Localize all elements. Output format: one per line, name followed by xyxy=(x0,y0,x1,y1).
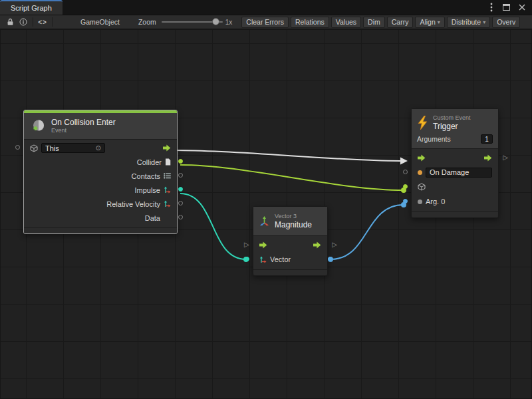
contacts-list-icon xyxy=(164,173,171,179)
node-header-text: Custom Event Trigger xyxy=(433,114,471,131)
graph-toolbar: <> GameObject Zoom 1x Clear Errors Relat… xyxy=(0,15,532,29)
clear-errors-button[interactable]: Clear Errors xyxy=(241,17,289,28)
node-type-label: Custom Event xyxy=(433,114,471,122)
data-output-port[interactable] xyxy=(178,215,183,219)
port-label: Relative Velocity xyxy=(106,200,160,208)
align-dropdown[interactable]: Align ▾ xyxy=(415,17,444,28)
relative-velocity-output-port[interactable] xyxy=(178,201,183,205)
flow-output-triangle[interactable]: ▷ xyxy=(503,154,508,161)
target-row xyxy=(412,180,498,194)
node-vector3-magnitude[interactable]: Vector 3 Magnitude ▷ ▷ xyxy=(253,206,328,276)
arg0-input-port[interactable] xyxy=(403,199,408,203)
flow-output-arrow[interactable] xyxy=(484,154,492,162)
node-header[interactable]: Custom Event Trigger Arguments 1 xyxy=(412,109,498,149)
node-header-text: Vector 3 Magnitude xyxy=(275,213,312,229)
graph-canvas[interactable]: On Collision Enter Event This ⊙ xyxy=(0,29,532,399)
event-name-input-port[interactable] xyxy=(403,170,408,174)
node-title: Trigger xyxy=(433,122,471,131)
port-label: Impulse xyxy=(134,186,160,194)
node-header[interactable]: Vector 3 Magnitude xyxy=(253,207,327,236)
zoom-value: 1x xyxy=(225,19,233,26)
node-subtitle: Event xyxy=(51,127,116,134)
node-footer xyxy=(24,227,177,233)
zoom-label: Zoom xyxy=(138,18,156,26)
flow-input-arrow[interactable] xyxy=(418,154,426,162)
carry-button[interactable]: Carry xyxy=(387,17,414,28)
node-body: ▷ On Damage xyxy=(412,149,498,210)
node-header-row: Custom Event Trigger xyxy=(417,114,493,131)
node-header[interactable]: On Collision Enter Event xyxy=(24,113,177,140)
node-on-collision-enter[interactable]: On Collision Enter Event This ⊙ xyxy=(23,110,178,234)
node-title: Magnitude xyxy=(275,220,312,229)
port-label: Vector xyxy=(270,255,291,263)
flow-input-triangle[interactable]: ▷ xyxy=(244,241,249,248)
output-row-relative-velocity: Relative Velocity xyxy=(24,197,177,211)
dim-button[interactable]: Dim xyxy=(363,17,385,28)
arguments-label: Arguments xyxy=(417,135,451,143)
overview-button[interactable]: Overv xyxy=(492,17,520,28)
info-icon[interactable] xyxy=(17,16,30,28)
node-title: On Collision Enter xyxy=(51,118,116,127)
zoom-slider-handle[interactable] xyxy=(212,18,219,25)
node-body: ▷ ▷ Vector xyxy=(253,236,327,268)
unity-script-graph-window: Script Graph <> GameObject Zoom xyxy=(0,0,532,399)
arg0-value-dot xyxy=(418,200,422,204)
vector-input-row: Vector xyxy=(253,252,327,267)
toolbar-separator xyxy=(52,17,53,27)
node-custom-event-trigger[interactable]: Custom Event Trigger Arguments 1 xyxy=(411,108,499,218)
output-row-contacts: Contacts xyxy=(24,169,177,183)
close-icon[interactable] xyxy=(517,3,526,12)
node-body: This ⊙ Collider Contacts xyxy=(24,140,177,226)
target-row: This ⊙ xyxy=(24,141,177,155)
flow-output-arrow[interactable] xyxy=(313,241,321,249)
output-row-data: Data xyxy=(24,211,177,225)
event-name-row: On Damage xyxy=(412,165,498,180)
node-footer xyxy=(412,211,498,217)
flow-output-triangle[interactable]: ▷ xyxy=(332,241,337,248)
target-object-field[interactable]: This ⊙ xyxy=(41,143,105,153)
arg0-row: Arg. 0 xyxy=(412,194,498,209)
code-view-icon[interactable]: <> xyxy=(36,16,49,28)
gameobject-cube-icon xyxy=(418,183,426,191)
target-input-port[interactable] xyxy=(403,184,408,189)
lock-icon[interactable] xyxy=(3,16,17,28)
flow-row: ▷ xyxy=(412,150,498,165)
toolbar-separator xyxy=(33,17,33,27)
flow-input-arrow[interactable] xyxy=(259,241,267,249)
event-name-value: On Damage xyxy=(430,168,469,176)
chevron-down-icon: ▾ xyxy=(483,19,485,25)
output-row-impulse: Impulse xyxy=(24,183,177,197)
gameobject-label: GameObject xyxy=(80,18,120,26)
magnitude-output-port[interactable] xyxy=(328,257,332,261)
menu-dots-icon[interactable] xyxy=(487,3,495,12)
node-footer xyxy=(253,269,327,275)
distribute-dropdown[interactable]: Distribute ▾ xyxy=(447,17,490,28)
tab-bar: Script Graph xyxy=(0,0,532,15)
gameobject-cube-icon xyxy=(30,144,38,152)
event-name-field[interactable]: On Damage xyxy=(426,168,492,178)
port-label: Contacts xyxy=(132,172,160,180)
self-input-port[interactable] xyxy=(15,145,20,150)
zoom-slider[interactable] xyxy=(162,17,223,27)
contacts-output-port[interactable] xyxy=(178,173,183,178)
object-picker-icon[interactable]: ⊙ xyxy=(96,144,101,152)
flow-output-arrow[interactable] xyxy=(163,144,171,152)
maximize-icon[interactable] xyxy=(502,3,511,12)
collider-doc-icon xyxy=(165,158,171,166)
target-object-value: This xyxy=(45,144,59,152)
values-button[interactable]: Values xyxy=(331,17,361,28)
output-row-collider: Collider xyxy=(24,155,177,169)
collider-output-port[interactable] xyxy=(178,159,183,164)
tab-title: Script Graph xyxy=(11,4,52,12)
chevron-down-icon: ▾ xyxy=(438,19,440,25)
lightning-icon xyxy=(417,116,428,130)
relations-button[interactable]: Relations xyxy=(291,17,329,28)
vector-input-port[interactable] xyxy=(245,257,249,261)
collision-event-icon xyxy=(31,118,47,134)
impulse-output-port[interactable] xyxy=(178,187,183,192)
arguments-count-field[interactable]: 1 xyxy=(481,134,493,144)
node-type-label: Vector 3 xyxy=(275,213,312,220)
arguments-row: Arguments 1 xyxy=(417,134,493,144)
port-label: Data xyxy=(145,214,160,222)
tab-script-graph[interactable]: Script Graph xyxy=(0,0,63,15)
